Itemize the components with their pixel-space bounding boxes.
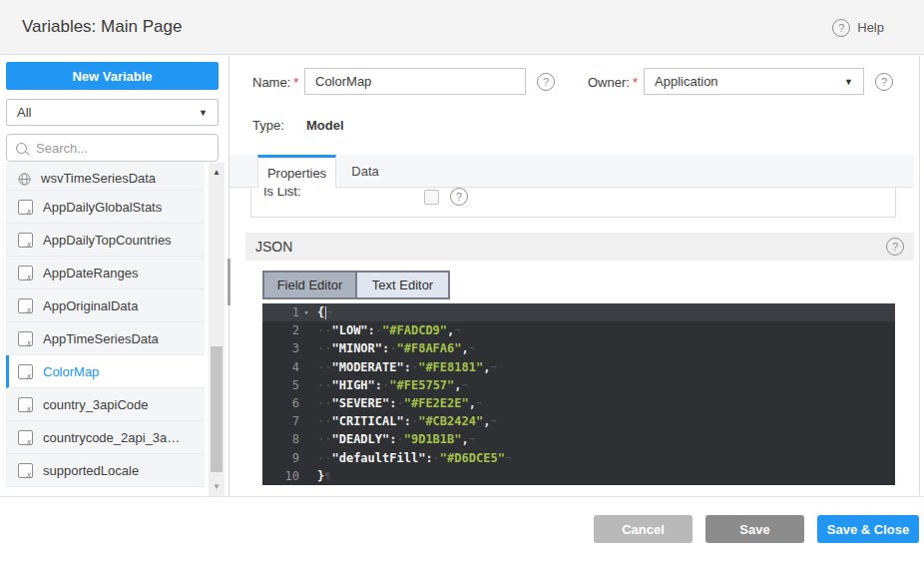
dialog-header: Variables: Main Page Help [0, 0, 924, 55]
editor-mode-toggle: Field Editor Text Editor [262, 271, 450, 299]
list-scrollbar[interactable] [209, 163, 225, 496]
list-item-label: AppDateRanges [43, 266, 138, 280]
line-number: 6 [262, 396, 299, 410]
list-item[interactable]: country_3apiCode [6, 388, 205, 421]
help-icon[interactable] [537, 73, 555, 91]
variables-dialog: Variables: Main Page Help New Variable A… [0, 0, 924, 561]
panel-right-border [919, 56, 920, 496]
json-section: JSON Field Editor Text Editor 1 ▾ {¬ 2 ·… [245, 233, 914, 485]
line-number: 5 [262, 378, 299, 392]
scroll-up-icon[interactable] [209, 168, 225, 177]
name-input[interactable] [304, 68, 526, 95]
json-code-editor[interactable]: 1 ▾ {¬ 2 ··"LOW":·"#FADCD9",¬ 3 ··"MINOR… [262, 303, 895, 485]
line-number: 9 [262, 451, 299, 465]
help-icon[interactable] [450, 188, 468, 206]
code-line: 3 ··"MINOR":·"#F8AFA6",¬ [262, 339, 895, 357]
line-number: 2 [262, 323, 299, 337]
panel-scrollbar-thumb[interactable] [228, 259, 231, 305]
list-item-label: supportedLocale [43, 463, 139, 478]
list-item[interactable]: AppDateRanges [6, 257, 205, 289]
help-icon[interactable] [875, 73, 893, 91]
search-input[interactable] [34, 140, 198, 157]
variable-icon [18, 430, 33, 445]
list-item[interactable]: wsvTimeSeriesData [6, 163, 205, 191]
content-footer-divider [0, 496, 924, 497]
list-item[interactable]: supportedLocale [6, 454, 205, 487]
owner-select[interactable]: Application [644, 68, 864, 95]
owner-label: Owner:* [588, 75, 638, 90]
filter-value: All [17, 105, 31, 120]
code-line: 2 ··"LOW":·"#FADCD9",¬ [262, 321, 895, 339]
save-and-close-button[interactable]: Save & Close [817, 515, 919, 543]
list-item[interactable]: AppTimeSeriesData [6, 322, 205, 355]
variable-search [6, 134, 219, 162]
list-item-label: countrycode_2api_3a… [43, 430, 180, 445]
is-list-row: Is List: [250, 188, 896, 218]
line-number: 7 [262, 414, 299, 428]
line-number: 8 [262, 432, 299, 446]
list-item[interactable]: AppDailyGlobalStats [6, 191, 205, 224]
variable-filter-select[interactable]: All [6, 99, 219, 126]
list-item[interactable]: countrycode_2api_3a… [6, 421, 205, 454]
is-list-label: Is List: [263, 188, 301, 199]
variable-icon [18, 298, 33, 313]
list-item-label: country_3apiCode [43, 397, 149, 412]
variable-icon [18, 200, 33, 215]
search-icon [16, 143, 27, 154]
list-item-label: AppTimeSeriesData [43, 331, 159, 346]
json-section-title: JSON [255, 239, 292, 255]
list-item-label: AppDailyTopCountries [43, 233, 172, 248]
variable-list: wsvTimeSeriesData AppDailyGlobalStats Ap… [6, 163, 205, 496]
code-line: 10 }¶ [262, 467, 895, 485]
name-label: Name:* [252, 75, 298, 90]
page-title: Variables: Main Page [22, 17, 182, 37]
list-item-label: wsvTimeSeriesData [41, 171, 156, 186]
help-label: Help [857, 20, 884, 35]
save-button[interactable]: Save [705, 515, 804, 543]
list-item-selected[interactable]: ColorMap [6, 355, 205, 388]
is-list-checkbox[interactable] [424, 190, 439, 205]
variable-icon [18, 233, 33, 248]
code-line: 7 ··"CRITICAL":·"#CB2424",¬ [262, 412, 895, 430]
help-icon[interactable] [886, 238, 904, 256]
variable-icon [18, 364, 33, 379]
owner-value: Application [655, 74, 718, 89]
scrollbar-thumb[interactable] [211, 346, 223, 472]
code-line: 9 ··"defaultFill":·"#D6DCE5"¬ [262, 449, 895, 467]
text-editor-button[interactable]: Text Editor [357, 273, 448, 297]
required-asterisk: * [633, 75, 638, 90]
dropdown-arrow-icon [199, 108, 208, 118]
code-line: 8 ··"DEADLY":·"9D1B1B",¬ [262, 430, 895, 448]
type-label: Type: [252, 118, 284, 133]
variable-icon [18, 331, 33, 346]
code-line: 1 ▾ {¬ [262, 303, 895, 321]
help-link[interactable]: Help [832, 0, 884, 55]
type-value: Model [306, 118, 344, 133]
dropdown-arrow-icon [844, 77, 853, 87]
tab-bar: Properties Data [230, 155, 914, 188]
cancel-button[interactable]: Cancel [594, 515, 693, 543]
list-item-label: AppOriginalData [43, 298, 138, 313]
line-number: 3 [262, 341, 299, 355]
field-editor-button[interactable]: Field Editor [264, 273, 357, 297]
line-number: 1 [262, 305, 299, 319]
list-item[interactable]: AppOriginalData [6, 289, 205, 322]
code-line: 6 ··"SEVERE":·"#FE2E2E",¬ [262, 394, 895, 412]
tab-data[interactable]: Data [336, 155, 394, 188]
json-section-header: JSON [245, 233, 914, 261]
web-service-icon [18, 173, 31, 186]
variable-icon [18, 397, 33, 412]
line-number: 4 [262, 360, 299, 374]
list-item[interactable]: AppDailyTopCountries [6, 224, 205, 257]
variable-icon [18, 266, 33, 280]
variable-icon [18, 463, 33, 478]
required-asterisk: * [293, 75, 298, 90]
new-variable-button[interactable]: New Variable [6, 62, 219, 90]
code-line: 4 ··"MODERATE":·"#FE8181",¬ [262, 358, 895, 376]
code-line: 5 ··"HIGH":·"#FE5757",¬ [262, 376, 895, 394]
line-number: 10 [262, 469, 299, 483]
fold-icon[interactable]: ▾ [299, 307, 313, 317]
help-icon [832, 19, 850, 37]
scroll-down-icon[interactable] [209, 482, 225, 491]
tab-properties[interactable]: Properties [257, 155, 336, 188]
